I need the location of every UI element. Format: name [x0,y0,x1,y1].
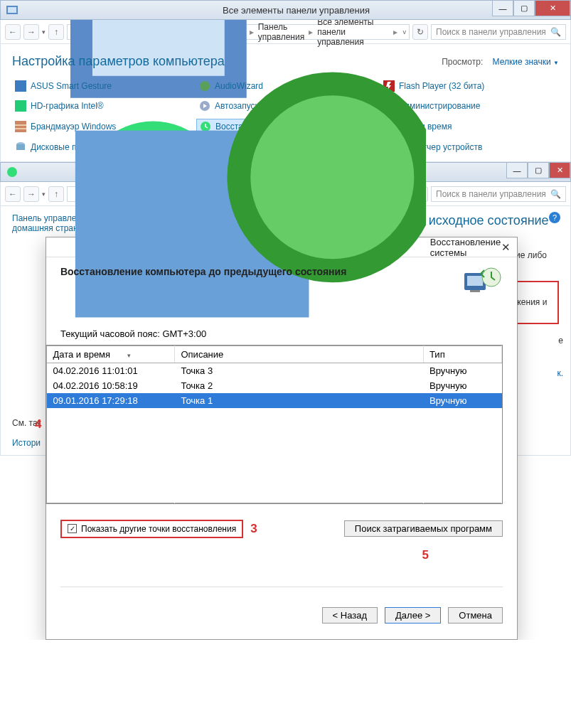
breadcrumb[interactable]: Панель управления [257,22,306,42]
svg-rect-7 [15,100,26,112]
search-icon: 🔍 [550,27,561,37]
table-row[interactable]: 04.02.2016 11:01:01Точка 3Вручную [47,363,502,379]
back-button[interactable]: < Назад [322,607,378,623]
sort-indicator-icon: ▾ [127,352,131,359]
next-button[interactable]: Далее > [385,607,441,623]
table-header[interactable]: Дата и время ▾ Описание Тип [47,346,502,363]
system-restore-graphic-icon [463,266,503,300]
col-type: Тип [424,346,502,363]
col-datetime: Дата и время ▾ [47,346,175,363]
table-row-empty [47,489,502,503]
svg-rect-10 [15,121,26,132]
dialog-titlebar[interactable]: Восстановление системы ✕ [46,237,517,257]
table-row-selected[interactable]: 09.01.2016 17:29:18Точка 1Вручную [47,393,502,408]
search-icon: 🔍 [550,189,561,199]
minimize-button[interactable]: — [492,1,513,16]
recent-dropdown[interactable]: ▾ [42,28,46,36]
svg-rect-12 [15,128,26,129]
search-placeholder: Поиск в панели управления [436,189,546,199]
address-bar-1[interactable]: ▸ Панель управления ▸ Все элементы панел… [67,24,410,40]
show-more-points-checkbox[interactable]: ✓ [68,524,77,533]
dialog-heading: Восстановление компьютера до предыдущего… [60,266,346,277]
forward-button[interactable]: → [23,186,39,202]
close-icon[interactable]: ✕ [501,241,511,254]
table-row-empty [47,422,502,435]
table-row-empty [47,462,502,476]
svg-point-20 [7,167,17,177]
table-row-empty [47,408,502,422]
maximize-button[interactable]: ▢ [513,1,535,16]
table-row-empty [47,449,502,462]
close-button[interactable]: ✕ [535,1,570,16]
truncated-text: е [558,336,563,346]
address-dropdown-icon[interactable]: v [403,28,407,36]
up-button[interactable]: ↑ [48,24,64,40]
table-row-empty [47,435,502,449]
restore-points-table: Дата и время ▾ Описание Тип 04.02.2016 1… [46,345,503,504]
show-more-points-label: Показать другие точки восстановления [81,524,236,534]
search-placeholder: Поиск в панели управления [436,27,546,37]
marker-5: 5 [422,548,429,562]
table-row-empty [47,476,502,489]
svg-rect-11 [15,124,26,126]
recent-dropdown[interactable]: ▾ [42,191,46,198]
svg-rect-16 [16,144,25,150]
marker-4: 4 [35,417,41,432]
window-title-1: Все элементы панели управления [22,5,570,16]
col-desc: Описание [175,346,424,363]
intel-icon [15,100,26,112]
svg-rect-4 [15,80,26,92]
show-more-checkbox-wrap: ✓ Показать другие точки восстановления [60,520,243,538]
refresh-button[interactable]: ↻ [412,24,428,40]
disk-icon [15,141,26,153]
search-input[interactable]: Поиск в панели управления 🔍 [431,186,566,202]
back-button[interactable]: ← [5,186,21,202]
wizard-buttons: < Назад Далее > Отмена [60,587,503,623]
dialog-title: Восстановление системы [430,237,501,258]
nav-row-1: ← → ▾ ↑ ▸ Панель управления ▸ Все элемен… [0,20,571,44]
svg-rect-26 [470,290,480,292]
system-restore-dialog: Восстановление системы ✕ Восстановление … [46,237,518,640]
close-button[interactable]: ✕ [549,163,570,178]
minimize-button[interactable]: — [506,163,528,178]
breadcrumb[interactable]: Все элементы панели управления [316,17,390,47]
search-input[interactable]: Поиск в панели управления 🔍 [431,24,566,40]
chevron-down-icon: ▼ [553,60,559,66]
recovery-icon [6,166,18,178]
control-panel-icon [6,4,18,16]
svg-rect-1 [8,7,16,13]
svg-rect-25 [467,276,483,286]
svg-point-23 [239,83,426,270]
firewall-icon [15,121,26,132]
back-button[interactable]: ← [5,24,21,40]
forward-button[interactable]: → [23,24,39,40]
view-selector[interactable]: Просмотр: Мелкие значки ▼ [442,57,559,67]
scan-affected-button[interactable]: Поиск затрагиваемых программ [344,520,503,537]
marker-3: 3 [250,522,257,536]
cancel-button[interactable]: Отмена [448,607,503,623]
maximize-button[interactable]: ▢ [528,163,549,178]
table-row[interactable]: 04.02.2016 10:58:19Точка 2Вручную [47,378,502,393]
titlebar-1[interactable]: Все элементы панели управления — ▢ ✕ [0,0,571,20]
truncated-link[interactable]: к. [557,368,563,378]
gesture-icon [15,80,26,92]
